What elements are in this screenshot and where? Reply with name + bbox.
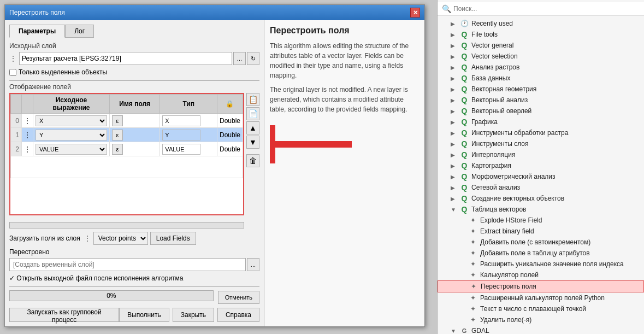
run-button[interactable]: Выполнить bbox=[119, 308, 169, 322]
row-1-name-input[interactable] bbox=[162, 130, 200, 140]
dialog-window: Перестроить поля ✕ Параметры Лог Исходны… bbox=[4, 4, 425, 327]
sidebar-item-field-calculator[interactable]: ✦ Калькулятор полей bbox=[438, 269, 644, 280]
sidebar-item-vector-selection[interactable]: ▶ Q Vector selection bbox=[438, 51, 644, 62]
tab-parameters[interactable]: Параметры bbox=[9, 25, 65, 38]
sidebar-item-advanced-calc[interactable]: ✦ Расширенный калькулятор полей Python bbox=[438, 292, 644, 303]
gear-icon-explode-hstore: ✦ bbox=[468, 216, 478, 225]
move-down-button[interactable]: ▼ bbox=[246, 136, 259, 149]
copy-row-button[interactable]: 📋 bbox=[246, 93, 259, 106]
move-up-button[interactable]: ▲ bbox=[246, 121, 259, 134]
sidebar-item-delete-field[interactable]: ✦ Удалить поле(-я) bbox=[438, 314, 644, 325]
sidebar-item-add-autoincrement[interactable]: ✦ Добавить поле (с автоинкрементом) bbox=[438, 237, 644, 248]
toggle-vector-table: ▼ bbox=[451, 207, 459, 213]
col-dot-header bbox=[22, 95, 33, 114]
sidebar-item-recently-used[interactable]: ▶ 🕐 Recently used bbox=[438, 18, 644, 29]
q-icon-vector-geometry: Q bbox=[459, 85, 469, 93]
sidebar-item-add-unique-index[interactable]: ✦ Расширить уникальное значение поля инд… bbox=[438, 259, 644, 269]
source-layer-refresh-button[interactable]: ↻ bbox=[247, 52, 259, 65]
sidebar-item-vector-geometry[interactable]: ▶ Q Векторная геометрия bbox=[438, 84, 644, 95]
sidebar-item-vector-general[interactable]: ▶ Q Vector general bbox=[438, 40, 644, 51]
sidebar-item-file-tools[interactable]: ▶ Q File tools bbox=[438, 29, 644, 40]
sidebar-item-explode-hstore[interactable]: ✦ Explode HStore Field bbox=[438, 215, 644, 226]
morphometric-label: Морфометрический анализ bbox=[471, 173, 556, 180]
rebuilt-browse-button[interactable]: ... bbox=[247, 258, 259, 271]
row-2-name-input[interactable] bbox=[162, 144, 200, 155]
fields-table-wrapper: Исходное выражение Имя поля Тип 🔒 0 ⋮ bbox=[9, 93, 259, 219]
gear-icon-rebuild-fields: ✦ bbox=[469, 282, 478, 291]
network-analysis-label: Сетевой анализ bbox=[471, 184, 520, 191]
row-0-name-input[interactable] bbox=[162, 115, 200, 126]
col-lock-header: 🔒 bbox=[217, 95, 243, 114]
delete-row-button[interactable]: 🗑 bbox=[246, 154, 259, 167]
source-layer-input[interactable] bbox=[19, 52, 232, 65]
table-side-buttons: 📋 📄 ▲ ▼ 🗑 bbox=[244, 93, 259, 219]
sidebar-item-cartography[interactable]: ▶ Q Картография bbox=[438, 160, 644, 171]
rebuilt-input-row: ... bbox=[9, 258, 259, 271]
sidebar-item-extract-binary[interactable]: ✦ Extract binary field bbox=[438, 226, 644, 237]
toggle-cartography: ▶ bbox=[451, 163, 459, 169]
q-icon-vector-overlay: Q bbox=[459, 107, 469, 115]
close-dialog-button[interactable]: Закрыть bbox=[173, 308, 214, 322]
gear-icon-add-unique-index: ✦ bbox=[468, 260, 478, 268]
row-1-expr-select[interactable]: Y bbox=[36, 130, 107, 140]
search-input[interactable] bbox=[453, 5, 640, 13]
progress-text: 0% bbox=[107, 292, 116, 300]
row-1-epsilon-btn[interactable]: ε bbox=[112, 130, 123, 140]
create-vector-label: Создание векторных объектов bbox=[471, 195, 564, 202]
dialog-close-button[interactable]: ✕ bbox=[410, 8, 420, 17]
toolbox-tree: ▶ 🕐 Recently used ▶ Q File tools ▶ Q Vec… bbox=[438, 18, 644, 334]
paste-row-button[interactable]: 📄 bbox=[246, 107, 259, 120]
sidebar-item-interpolation[interactable]: ▶ Q Интерполяция bbox=[438, 149, 644, 160]
load-fields-button[interactable]: Load Fields bbox=[150, 232, 196, 245]
toggle-database: ▶ bbox=[451, 75, 459, 81]
gear-icon-add-autoincrement: ✦ bbox=[468, 238, 478, 247]
row-0-epsilon-btn[interactable]: ε bbox=[112, 115, 123, 126]
explode-hstore-label: Explode HStore Field bbox=[480, 216, 542, 224]
sidebar-item-rebuild-fields[interactable]: ✦ Перестроить поля bbox=[438, 280, 644, 292]
sidebar-item-create-vector[interactable]: ▶ Q Создание векторных объектов bbox=[438, 193, 644, 204]
add-autoincrement-label: Добавить поле (с автоинкрементом) bbox=[480, 238, 590, 246]
cancel-button[interactable]: Отменить bbox=[218, 291, 259, 304]
sidebar-item-vector-overlay[interactable]: ▶ Q Векторный оверлей bbox=[438, 106, 644, 116]
analysis-raster-label: Анализ растров bbox=[471, 63, 519, 71]
sidebar-item-analysis-raster[interactable]: ▶ Q Анализ растров bbox=[438, 62, 644, 73]
sidebar-item-morphometric[interactable]: ▶ Q Морфометрический анализ bbox=[438, 171, 644, 182]
sidebar-item-graphics[interactable]: ▶ Q Графика bbox=[438, 116, 644, 127]
sidebar-item-vector-table[interactable]: ▼ Q Таблица векторов bbox=[438, 204, 644, 215]
open-after-label: ✓ Открыть выходной файл после исполнения… bbox=[9, 274, 184, 282]
recently-used-label: Recently used bbox=[471, 20, 513, 27]
dialog-area: Перестроить поля ✕ Параметры Лог Исходны… bbox=[0, 0, 437, 334]
field-calculator-label: Калькулятор полей bbox=[480, 271, 539, 279]
source-layer-browse-button[interactable]: ... bbox=[233, 52, 246, 65]
sidebar-item-add-to-table[interactable]: ✦ Добавить поле в таблицу атрибутов bbox=[438, 248, 644, 259]
extract-binary-label: Extract binary field bbox=[480, 227, 534, 235]
database-label: База данных bbox=[471, 74, 510, 82]
horizontal-scrollbar[interactable] bbox=[9, 222, 244, 228]
sidebar-item-layer-tools[interactable]: ▶ Q Инструменты слоя bbox=[438, 138, 644, 149]
only-selected-checkbox[interactable] bbox=[9, 69, 16, 76]
gdal-label: GDAL bbox=[471, 327, 489, 334]
load-fields-select[interactable]: Vector points bbox=[93, 232, 148, 245]
rebuilt-output-input[interactable] bbox=[9, 258, 246, 271]
row-2-expr: VALUE bbox=[33, 142, 110, 156]
vector-table-label: Таблица векторов bbox=[471, 206, 526, 213]
sidebar-item-vector-analysis[interactable]: ▶ Q Векторный анализ bbox=[438, 95, 644, 106]
sidebar-item-database[interactable]: ▶ Q База данных bbox=[438, 73, 644, 84]
row-1-type: Double bbox=[217, 128, 243, 142]
row-2-expr-select[interactable]: VALUE bbox=[36, 144, 107, 155]
row-1-name bbox=[160, 128, 217, 142]
row-0-expr-select[interactable]: X bbox=[36, 115, 107, 126]
sidebar-item-raster-tools[interactable]: ▶ Q Инструменты обработки растра bbox=[438, 127, 644, 138]
sidebar-item-network-analysis[interactable]: ▶ Q Сетевой анализ bbox=[438, 182, 644, 193]
tab-log[interactable]: Лог bbox=[65, 25, 94, 38]
dialog-tabs: Параметры Лог bbox=[9, 25, 259, 38]
layer-icon: ⋮ bbox=[9, 54, 17, 63]
help-button[interactable]: Справка bbox=[217, 308, 259, 322]
row-0-dot: ⋮ bbox=[22, 114, 33, 128]
sidebar-item-gdal[interactable]: ▼ G GDAL bbox=[438, 325, 644, 334]
sidebar-item-text-to-float[interactable]: ✦ Текст в число с плавающей точкой bbox=[438, 303, 644, 314]
q-icon-interpolation: Q bbox=[459, 150, 469, 159]
row-2-epsilon-btn[interactable]: ε bbox=[112, 144, 123, 155]
batch-run-button[interactable]: Запускать как групповой процесс bbox=[9, 308, 119, 322]
bottom-actions: Запускать как групповой процесс Выполнит… bbox=[9, 308, 259, 322]
